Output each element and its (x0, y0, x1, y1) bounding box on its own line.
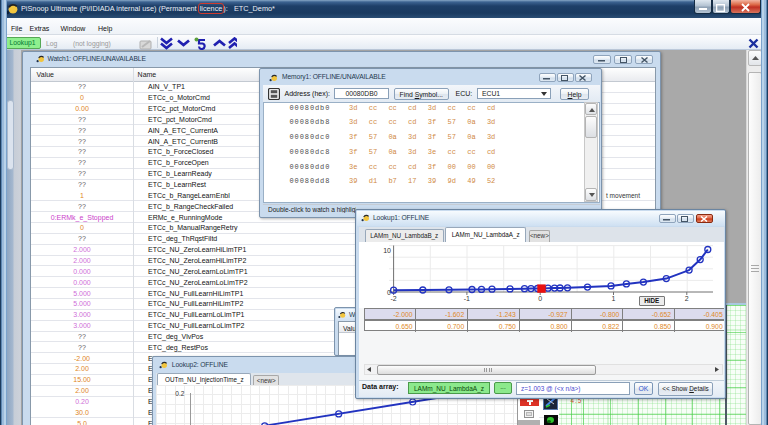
svg-text:10: 10 (383, 247, 391, 254)
svg-text:-2: -2 (390, 295, 396, 302)
svg-text:2: 2 (685, 295, 689, 302)
svg-text:1: 1 (612, 295, 616, 302)
svg-text:-1: -1 (464, 295, 470, 302)
svg-text:0: 0 (538, 295, 542, 302)
